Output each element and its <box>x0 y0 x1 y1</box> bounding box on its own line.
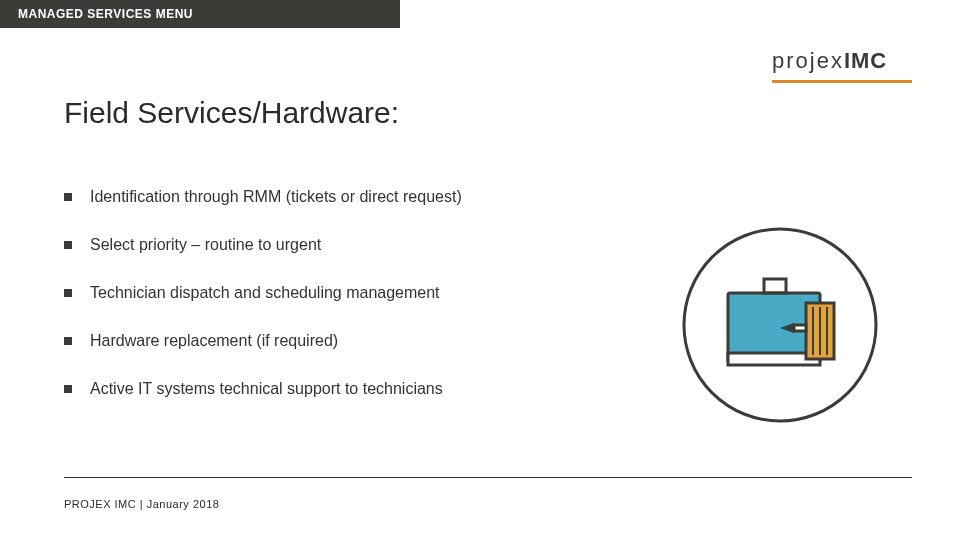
header-tab-text: MANAGED SERVICES MENU <box>18 7 193 21</box>
brand-logo: projexIMC <box>772 48 912 83</box>
slide: MANAGED SERVICES MENU projexIMC Field Se… <box>0 0 960 540</box>
logo-underline <box>772 80 912 83</box>
list-item-text: Select priority – routine to urgent <box>90 236 321 253</box>
footer-divider <box>64 477 912 478</box>
svg-rect-3 <box>764 279 786 293</box>
list-item: Technician dispatch and scheduling manag… <box>64 284 584 302</box>
list-item: Select priority – routine to urgent <box>64 236 584 254</box>
list-item: Identification through RMM (tickets or d… <box>64 188 584 206</box>
header-tab: MANAGED SERVICES MENU <box>0 0 400 28</box>
list-item-text: Technician dispatch and scheduling manag… <box>90 284 440 301</box>
list-item-text: Identification through RMM (tickets or d… <box>90 188 462 205</box>
bullet-list: Identification through RMM (tickets or d… <box>64 188 584 428</box>
list-item: Hardware replacement (if required) <box>64 332 584 350</box>
logo-suffix: IMC <box>844 48 887 73</box>
footer-text: PROJEX IMC | January 2018 <box>64 498 219 510</box>
slide-title: Field Services/Hardware: <box>64 96 399 130</box>
list-item-text: Hardware replacement (if required) <box>90 332 338 349</box>
svg-rect-8 <box>794 325 806 331</box>
logo-prefix: projex <box>772 48 844 73</box>
list-item-text: Active IT systems technical support to t… <box>90 380 443 397</box>
briefcase-monitor-screwdriver-icon <box>680 225 880 425</box>
list-item: Active IT systems technical support to t… <box>64 380 584 398</box>
feature-graphic <box>680 225 880 425</box>
